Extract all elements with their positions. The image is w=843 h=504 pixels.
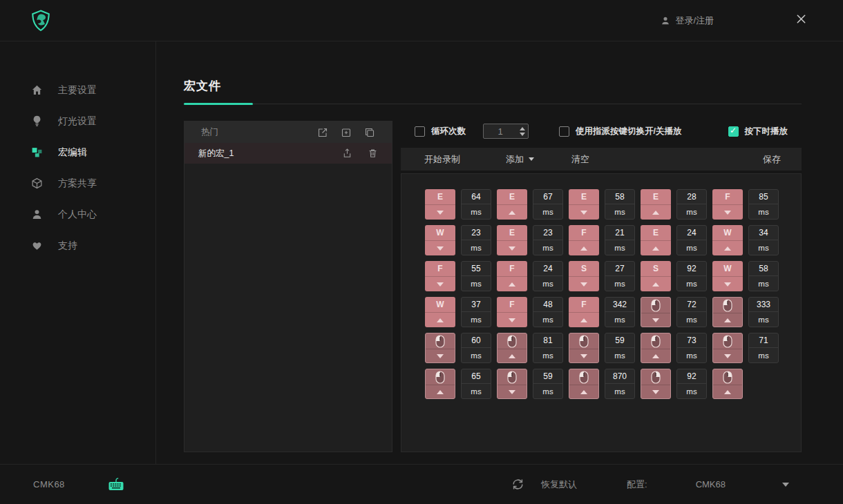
profile-chevron-down-icon[interactable]: [782, 483, 789, 487]
event-key-cell[interactable]: E: [425, 189, 455, 220]
sidebar-item-支持[interactable]: 支持: [0, 230, 155, 261]
event-key-cell[interactable]: F: [425, 261, 455, 291]
event-key-cell[interactable]: [641, 297, 671, 327]
new-macro-icon[interactable]: [317, 127, 328, 138]
sidebar-item-个人中心[interactable]: 个人中心: [0, 199, 155, 230]
delay-unit: ms: [533, 276, 562, 291]
event-key-cell[interactable]: [712, 333, 743, 363]
event-key-cell[interactable]: W: [425, 225, 455, 255]
event-key-cell[interactable]: [712, 369, 743, 399]
event-key-label: F: [509, 300, 514, 309]
event-delay-cell[interactable]: 58ms: [748, 261, 779, 291]
event-delay-cell[interactable]: 23ms: [533, 225, 563, 255]
event-delay-cell[interactable]: 65ms: [461, 369, 491, 399]
event-delay-cell[interactable]: 333ms: [748, 297, 779, 327]
event-key-cell[interactable]: [641, 333, 671, 363]
add-event-button[interactable]: 添加: [506, 153, 534, 166]
event-key-cell[interactable]: [497, 369, 527, 399]
event-delay-cell[interactable]: 23ms: [461, 225, 491, 255]
save-button[interactable]: 保存: [763, 153, 781, 166]
event-key-cell[interactable]: F: [569, 225, 599, 255]
event-delay-cell[interactable]: 37ms: [461, 297, 491, 327]
event-delay-cell[interactable]: 48ms: [533, 297, 563, 327]
event-delay-cell[interactable]: 59ms: [533, 369, 563, 399]
event-key-cell[interactable]: F: [497, 261, 527, 291]
refresh-icon[interactable]: [511, 478, 524, 490]
delay-value: 67: [533, 190, 562, 204]
event-delay-cell[interactable]: 342ms: [605, 297, 635, 327]
event-delay-cell[interactable]: 60ms: [461, 333, 491, 363]
event-key-cell[interactable]: F: [569, 297, 599, 327]
delete-macro-icon[interactable]: [368, 148, 378, 159]
macro-list-item[interactable]: 新的宏_1: [184, 143, 392, 164]
copy-macro-icon[interactable]: [364, 127, 375, 138]
event-delay-cell[interactable]: 24ms: [676, 225, 707, 255]
spinner-up-icon[interactable]: [520, 127, 525, 130]
event-delay-cell[interactable]: 92ms: [676, 261, 707, 291]
event-key-cell[interactable]: [425, 333, 455, 363]
sidebar-item-主要设置[interactable]: 主要设置: [0, 75, 155, 106]
start-record-button[interactable]: 开始录制: [424, 153, 460, 166]
event-key-cell[interactable]: S: [641, 261, 671, 291]
event-key-cell[interactable]: [425, 369, 455, 399]
event-delay-cell[interactable]: 59ms: [605, 333, 635, 363]
event-key-cell[interactable]: W: [712, 225, 743, 255]
event-key-cell[interactable]: F: [712, 189, 743, 220]
event-delay-cell[interactable]: 870ms: [605, 369, 635, 399]
event-delay-cell[interactable]: 34ms: [748, 225, 779, 255]
loop-count-arrows[interactable]: [517, 124, 528, 138]
event-delay-cell[interactable]: 55ms: [461, 261, 491, 291]
event-key-cell[interactable]: E: [641, 225, 671, 255]
event-key-cell[interactable]: [497, 333, 527, 363]
spinner-down-icon[interactable]: [520, 133, 525, 136]
loop-count-stepper[interactable]: 1: [483, 124, 529, 139]
event-key-cell[interactable]: [569, 369, 599, 399]
event-delay-cell[interactable]: 64ms: [461, 189, 491, 220]
event-delay-cell[interactable]: 58ms: [605, 189, 635, 220]
event-delay-cell[interactable]: 73ms: [676, 333, 707, 363]
macro-event: 72ms: [641, 297, 707, 327]
event-key-cell[interactable]: [641, 369, 671, 399]
sidebar-item-方案共享[interactable]: 方案共享: [0, 168, 155, 199]
event-delay-cell[interactable]: 67ms: [533, 189, 563, 220]
event-delay-cell[interactable]: 81ms: [533, 333, 563, 363]
close-button[interactable]: [795, 13, 807, 28]
event-key-cell[interactable]: E: [641, 189, 671, 220]
event-key-cell[interactable]: E: [497, 189, 527, 220]
event-delay-cell[interactable]: 21ms: [605, 225, 635, 255]
delay-unit: ms: [462, 276, 491, 291]
event-delay-cell[interactable]: 28ms: [676, 189, 707, 220]
assigned-key-toggle-checkbox[interactable]: [559, 126, 569, 137]
keyboard-icon[interactable]: [108, 477, 124, 492]
event-key-cell[interactable]: W: [712, 261, 743, 291]
restore-default-button[interactable]: 恢复默认: [541, 478, 577, 491]
event-key-cell[interactable]: E: [569, 189, 599, 220]
sidebar-item-灯光设置[interactable]: 灯光设置: [0, 106, 155, 137]
event-delay-cell[interactable]: 72ms: [676, 297, 707, 327]
event-key-cell[interactable]: [569, 333, 599, 363]
login-register-button[interactable]: 登录/注册: [661, 14, 714, 27]
event-delay-cell[interactable]: 27ms: [605, 261, 635, 291]
event-delay-cell[interactable]: 85ms: [748, 189, 779, 220]
macro-event: F85ms: [712, 189, 779, 220]
sidebar-item-宏编辑[interactable]: 宏编辑: [0, 137, 155, 168]
delay-unit: ms: [677, 276, 706, 291]
clear-button[interactable]: 清空: [571, 153, 589, 166]
event-key-cell[interactable]: F: [497, 297, 527, 327]
macro-event: E23ms: [497, 225, 563, 255]
event-key-cell[interactable]: S: [569, 261, 599, 291]
event-delay-cell[interactable]: 71ms: [748, 333, 779, 363]
event-key-cell[interactable]: [712, 297, 743, 327]
event-key-cell[interactable]: E: [497, 225, 527, 255]
delay-unit: ms: [533, 204, 562, 219]
delay-value: 59: [605, 333, 634, 348]
event-delay-cell[interactable]: 24ms: [533, 261, 563, 291]
export-macro-icon[interactable]: [342, 148, 352, 159]
loop-count-checkbox[interactable]: [415, 126, 425, 137]
delay-value: 92: [677, 262, 706, 276]
profile-select[interactable]: CMK68: [696, 479, 726, 490]
event-key-cell[interactable]: W: [425, 297, 455, 327]
import-macro-icon[interactable]: [341, 127, 352, 138]
play-on-press-checkbox[interactable]: [728, 126, 739, 137]
event-delay-cell[interactable]: 92ms: [676, 369, 707, 399]
